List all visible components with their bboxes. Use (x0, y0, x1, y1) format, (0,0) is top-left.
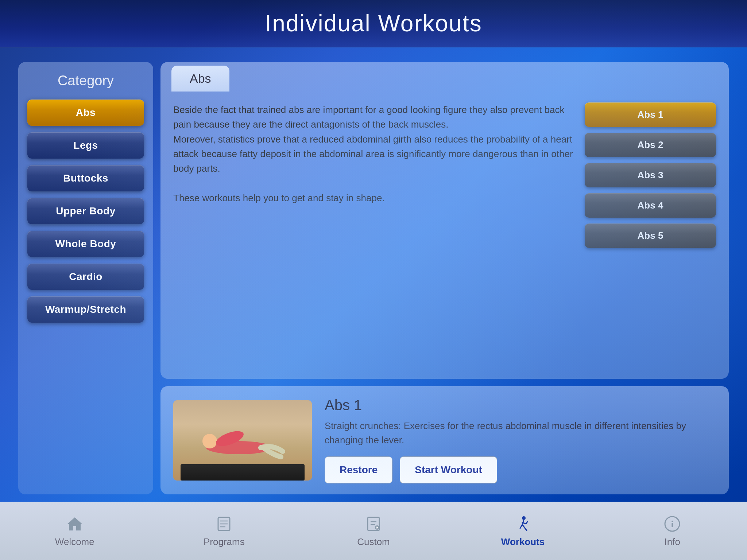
detail-title: Abs 1 (325, 397, 716, 413)
start-workout-button[interactable]: Start Workout (400, 456, 497, 483)
workout-btn-abs2[interactable]: Abs 2 (585, 133, 716, 157)
workout-detail: Abs 1 Straight crunches: Exercises for t… (325, 397, 716, 483)
active-tab[interactable]: Abs (171, 66, 229, 92)
nav-item-welcome[interactable]: Welcome (38, 514, 111, 548)
workout-buttons-area: Abs 1 Abs 2 Abs 3 Abs 4 Abs 5 (585, 102, 716, 248)
description-area: Beside the fact that trained abs are imp… (173, 102, 574, 248)
svg-point-1 (202, 434, 217, 448)
action-buttons: Restore Start Workout (325, 456, 716, 483)
tab-bar: Abs (160, 62, 729, 92)
tab-navigation: Welcome Programs Custom Workouts (0, 502, 747, 560)
workout-btn-abs1[interactable]: Abs 1 (585, 102, 716, 127)
nav-label-custom: Custom (357, 536, 390, 548)
category-btn-warmup[interactable]: Warmup/Stretch (27, 296, 144, 323)
category-btn-legs[interactable]: Legs (27, 132, 144, 159)
nav-label-programs: Programs (204, 536, 245, 548)
info-icon: i (663, 514, 682, 533)
custom-icon (364, 514, 383, 533)
workouts-icon (514, 514, 533, 533)
category-btn-buttocks[interactable]: Buttocks (27, 165, 144, 191)
right-panel: Abs Beside the fact that trained abs are… (160, 62, 729, 494)
home-icon (65, 514, 84, 533)
nav-item-workouts[interactable]: Workouts (487, 514, 560, 548)
workout-btn-abs4[interactable]: Abs 4 (585, 193, 716, 218)
workout-btn-abs5[interactable]: Abs 5 (585, 223, 716, 248)
category-btn-abs[interactable]: Abs (27, 100, 144, 126)
nav-item-programs[interactable]: Programs (187, 514, 260, 548)
programs-icon (214, 514, 233, 533)
sidebar-title: Category (27, 73, 144, 89)
category-btn-cardio[interactable]: Cardio (27, 264, 144, 290)
bottom-panel: Abs 1 Straight crunches: Exercises for t… (160, 386, 729, 494)
sidebar: Category Abs Legs Buttocks Upper Body Wh… (18, 62, 153, 494)
svg-text:i: i (671, 519, 674, 529)
main-content: Category Abs Legs Buttocks Upper Body Wh… (0, 47, 747, 502)
nav-item-info[interactable]: i Info (636, 514, 709, 548)
nav-label-welcome: Welcome (55, 536, 94, 548)
thumbnail-image (173, 400, 312, 481)
restore-button[interactable]: Restore (325, 456, 392, 483)
top-panel-inner: Beside the fact that trained abs are imp… (160, 92, 729, 259)
workout-btn-abs3[interactable]: Abs 3 (585, 163, 716, 187)
header: Individual Workouts (0, 0, 747, 47)
detail-description: Straight crunches: Exercises for the rec… (325, 419, 716, 447)
top-panel: Abs Beside the fact that trained abs are… (160, 62, 729, 379)
workout-thumbnail (173, 400, 312, 481)
category-btn-whole-body[interactable]: Whole Body (27, 231, 144, 257)
exercise-figure (188, 415, 290, 466)
category-btn-upper-body[interactable]: Upper Body (27, 198, 144, 224)
nav-label-workouts: Workouts (501, 536, 545, 548)
nav-label-info: Info (664, 536, 680, 548)
description-text: Beside the fact that trained abs are imp… (173, 102, 574, 205)
nav-item-custom[interactable]: Custom (337, 514, 410, 548)
page-title: Individual Workouts (265, 10, 482, 37)
